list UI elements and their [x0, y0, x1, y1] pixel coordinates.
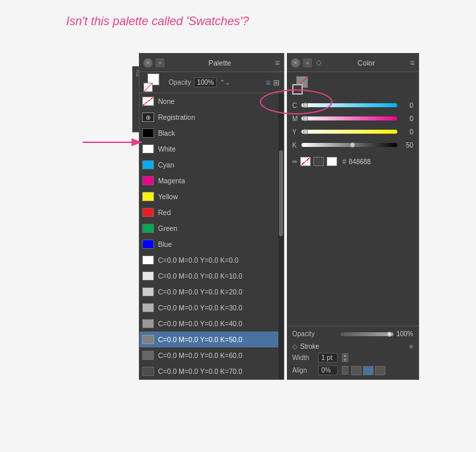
swatch-item-magenta[interactable]: Magenta — [139, 173, 284, 189]
align-stepper[interactable] — [342, 366, 348, 375]
palette-close-button[interactable]: ✕ — [143, 58, 153, 68]
channel-m-thumb — [303, 116, 308, 121]
color-panel-header: ✕ » ◇ Color ≡ — [287, 54, 418, 72]
ui-panels: ✕ » Palette ≡ Opacity 100% ⌃⌄ ≡ ⊞ — [139, 53, 419, 380]
align-btn-1[interactable] — [351, 366, 362, 375]
swatch-label-white: White — [158, 145, 176, 153]
channel-c-row: C 0 — [292, 100, 413, 111]
swatch-color-k50 — [142, 335, 154, 344]
swatch-label-magenta: Magenta — [158, 177, 185, 185]
align-btn-3[interactable] — [375, 366, 385, 375]
opacity-value: 100% — [396, 330, 413, 338]
swatch-item-green[interactable]: Green — [139, 220, 284, 236]
grid-view-button[interactable]: ⊞ — [273, 78, 280, 87]
close-icon: ✕ — [145, 60, 151, 66]
palette-scrollbar-thumb — [279, 150, 283, 236]
opacity-thumb — [387, 332, 392, 337]
stroke-width-row: Width 1 pt ▲ ▼ — [292, 353, 413, 363]
palette-toolbar: Opacity 100% ⌃⌄ ≡ ⊞ — [139, 72, 284, 93]
width-stepper[interactable]: ▲ ▼ — [342, 353, 348, 362]
channel-k-thumb — [350, 142, 355, 148]
swatch-color-green — [142, 224, 154, 233]
swatch-item-k0[interactable]: C=0.0 M=0.0 Y=0.0 K=0.0 — [139, 252, 284, 268]
width-up-btn[interactable]: ▲ — [342, 353, 348, 357]
opacity-value[interactable]: 100% — [194, 77, 218, 87]
opacity-label: Opacity — [292, 330, 338, 338]
swatch-color-none — [142, 97, 154, 106]
swatch-label-k70: C=0.0 M=0.0 Y=0.0 K=70.0 — [158, 367, 243, 375]
swatch-item-k50[interactable]: C=0.0 M=0.0 Y=0.0 K=50.0 — [139, 332, 284, 347]
swatch-item-k40[interactable]: C=0.0 M=0.0 Y=0.0 K=40.0 — [139, 316, 284, 332]
stroke-slash — [144, 83, 152, 91]
channel-y-row: Y 0 — [292, 126, 413, 137]
channel-k-slider[interactable] — [301, 143, 397, 147]
channel-k-label: K — [292, 142, 299, 149]
swatch-list-container: None ⊕ Registration Black White — [139, 93, 284, 379]
stroke-align-value[interactable]: 0% — [318, 365, 338, 375]
swatch-item-k70[interactable]: C=0.0 M=0.0 Y=0.0 K=70.0 — [139, 363, 284, 379]
palette-panel-title: Palette — [167, 59, 272, 67]
hex-value[interactable]: 848688 — [349, 158, 371, 165]
close-icon: ✕ — [293, 60, 298, 66]
swatch-label-yellow: Yellow — [158, 193, 178, 201]
swatch-label-k60: C=0.0 M=0.0 Y=0.0 K=60.0 — [158, 351, 243, 359]
stroke-width-value[interactable]: 1 pt — [318, 353, 338, 363]
align-up-btn[interactable] — [342, 366, 348, 370]
swatch-item-k30[interactable]: C=0.0 M=0.0 Y=0.0 K=30.0 — [139, 300, 284, 316]
swatch-preview-icons — [143, 73, 163, 92]
stroke-align-label: Align — [292, 367, 315, 374]
swatch-color-registration: ⊕ — [142, 113, 154, 122]
hex-slash-preview — [300, 157, 311, 166]
swatch-item-white[interactable]: White — [139, 141, 284, 157]
color-close-button[interactable]: ✕ — [291, 58, 300, 68]
color-menu-button[interactable]: ≡ — [410, 58, 415, 68]
list-view-button[interactable]: ≡ — [266, 78, 270, 87]
palette-menu-button[interactable]: ≡ — [275, 58, 280, 68]
swatch-item-yellow[interactable]: Yellow — [139, 189, 284, 204]
swatch-item-cyan[interactable]: Cyan — [139, 157, 284, 173]
swatch-color-k40 — [142, 319, 154, 328]
stroke-row: ◇ Stroke ≡ — [292, 343, 413, 350]
align-buttons — [351, 366, 385, 375]
align-btn-2[interactable] — [363, 366, 374, 375]
opacity-slider[interactable] — [340, 332, 393, 336]
hex-stroke-preview — [327, 157, 337, 166]
opacity-stepper[interactable]: ⌃⌄ — [219, 79, 230, 86]
swatch-label-k50: C=0.0 M=0.0 Y=0.0 K=50.0 — [158, 336, 243, 343]
swatch-item-blue[interactable]: Blue — [139, 236, 284, 252]
expand-icon: » — [158, 60, 161, 66]
swatch-label-registration: Registration — [158, 113, 195, 121]
swatch-label-red: Red — [158, 208, 171, 216]
palette-scrollbar[interactable] — [278, 93, 284, 379]
swatch-item-k20[interactable]: C=0.0 M=0.0 Y=0.0 K=20.0 — [139, 284, 284, 300]
width-down-btn[interactable]: ▼ — [342, 358, 348, 362]
swatch-item-k60[interactable]: C=0.0 M=0.0 Y=0.0 K=60.0 — [139, 347, 284, 363]
swatch-color-blue — [142, 240, 154, 249]
color-panel-title: Color — [325, 59, 407, 67]
stroke-align-row: Align 0% — [292, 365, 413, 375]
swatch-item-black[interactable]: Black — [139, 125, 284, 141]
channel-y-slider[interactable] — [301, 130, 397, 134]
channel-k-value: 50 — [400, 142, 413, 149]
channel-c-slider[interactable] — [301, 103, 397, 107]
swatch-item-k10[interactable]: C=0.0 M=0.0 Y=0.0 K=10.0 — [139, 268, 284, 284]
swatch-item-none[interactable]: None — [139, 93, 284, 109]
hex-label: # — [342, 158, 346, 165]
channel-y-value: 0 — [400, 128, 413, 136]
channel-m-slider[interactable] — [301, 116, 397, 120]
channel-c-value: 0 — [400, 102, 413, 109]
hex-fill-preview — [313, 157, 324, 166]
color-expand-button[interactable]: » — [303, 58, 312, 68]
align-down-btn[interactable] — [342, 371, 348, 375]
stroke-menu-button[interactable]: ≡ — [409, 343, 413, 350]
swatch-list: None ⊕ Registration Black White — [139, 93, 284, 379]
opacity-row: Opacity 100% — [292, 330, 413, 338]
swatch-item-registration[interactable]: ⊕ Registration — [139, 109, 284, 125]
color-mode-icon[interactable]: ◇ — [316, 58, 321, 67]
edit-color-icon[interactable]: ✏ — [292, 158, 298, 165]
swatch-color-cyan — [142, 160, 154, 169]
palette-expand-button[interactable]: » — [155, 58, 165, 68]
swatch-color-red — [142, 208, 154, 217]
swatch-item-red[interactable]: Red — [139, 204, 284, 220]
channel-m-value: 0 — [400, 115, 413, 122]
